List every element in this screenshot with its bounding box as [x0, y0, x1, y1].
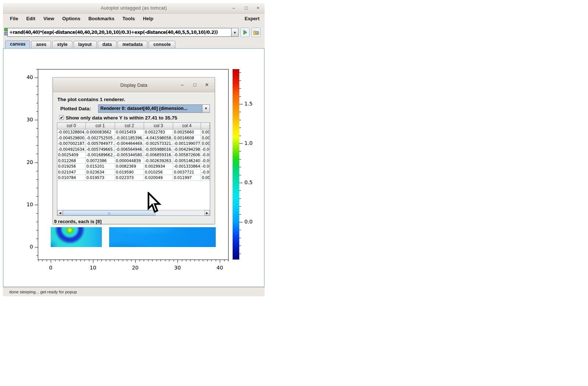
- table-cell[interactable]: -0.00: [201, 169, 210, 175]
- table-cell[interactable]: 0.0016608: [173, 135, 201, 141]
- table-cell[interactable]: 0.022373: [115, 175, 144, 181]
- menu-item-file[interactable]: File: [6, 14, 22, 24]
- table-cell[interactable]: 0.011997: [173, 175, 201, 181]
- table-cell[interactable]: 0.00: [201, 135, 210, 141]
- table-cell[interactable]: 0.019256: [57, 164, 86, 169]
- table-header-cell[interactable]: col 2: [115, 123, 144, 129]
- table-cell[interactable]: -0.005344580...: [115, 152, 144, 158]
- dialog-titlebar[interactable]: Display Data – □ ✕: [53, 78, 215, 92]
- table-row[interactable]: -0.001328804...0.0000836620.00154590.002…: [57, 129, 210, 135]
- dialog-minimize-icon[interactable]: –: [178, 81, 187, 89]
- table-cell[interactable]: -0.002752505...: [86, 135, 115, 141]
- tab-axes[interactable]: axes: [31, 41, 51, 48]
- horizontal-scrollbar[interactable]: ◀ ||| ▶: [57, 210, 210, 215]
- tab-style[interactable]: style: [52, 41, 72, 48]
- table-cell[interactable]: -0.006859316...: [144, 152, 173, 158]
- tab-canvas[interactable]: canvas: [5, 40, 30, 48]
- table-cell[interactable]: 0.010256: [144, 169, 173, 175]
- table-cell[interactable]: -0.001199077...: [173, 141, 201, 147]
- table-cell[interactable]: 0.0072386: [86, 158, 115, 164]
- table-cell[interactable]: 0.021047: [57, 169, 86, 175]
- menu-item-help[interactable]: Help: [139, 14, 157, 24]
- table-cell[interactable]: -0.00: [201, 158, 210, 164]
- table-cell[interactable]: 0.020049: [144, 175, 173, 181]
- table-cell[interactable]: -0.00: [201, 147, 210, 153]
- table-cell[interactable]: 0.000083662: [86, 129, 115, 135]
- table-cell[interactable]: 0.012268: [57, 158, 86, 164]
- tab-layout[interactable]: layout: [74, 41, 97, 48]
- table-header-cell[interactable]: col 4: [173, 123, 201, 129]
- table-cell[interactable]: 0.019590: [115, 169, 144, 175]
- table-cell[interactable]: 0.0029934: [144, 164, 173, 169]
- table-cell[interactable]: -0.004294298...: [173, 147, 201, 153]
- table-cell[interactable]: 0.019573: [86, 175, 115, 181]
- table-cell[interactable]: -0.001185396...: [115, 135, 144, 141]
- table-cell[interactable]: -0.001328804...: [57, 129, 86, 135]
- expert-menu[interactable]: Expert: [245, 14, 259, 24]
- titlebar[interactable]: Autoplot untagged (as tomcat) – □ ×: [3, 3, 265, 14]
- menu-item-options[interactable]: Options: [58, 14, 84, 24]
- table-row[interactable]: 0.0107840.0195730.0223730.0200490.011997…: [57, 175, 210, 181]
- uri-input[interactable]: +rand(40,40)*(exp(-distance(40,40,20,20,…: [7, 28, 232, 37]
- menu-item-tools[interactable]: Tools: [118, 14, 139, 24]
- table-row[interactable]: -0.004529800...-0.002752505...-0.0011853…: [57, 135, 210, 141]
- table-header-cell[interactable]: col 1: [86, 123, 115, 129]
- table-cell[interactable]: 0.0025660: [173, 129, 201, 135]
- table-cell[interactable]: -0.005146240...: [173, 158, 201, 164]
- dialog-maximize-icon[interactable]: □: [190, 81, 199, 89]
- table-cell[interactable]: -0.004921634...: [57, 147, 86, 153]
- table-row[interactable]: 0.0192560.0152010.00823690.0029934-0.001…: [57, 164, 210, 169]
- table-cell[interactable]: 0.00: [201, 129, 210, 135]
- dialog-close-icon[interactable]: ✕: [202, 81, 211, 89]
- table-cell[interactable]: -0.00: [201, 164, 210, 169]
- table-row[interactable]: -0.007002187...-0.005784977...-0.0044644…: [57, 141, 210, 147]
- table-cell[interactable]: -0.005988016...: [144, 147, 173, 153]
- table-cell[interactable]: -4.041598058...: [144, 135, 173, 141]
- close-icon[interactable]: ×: [254, 4, 262, 12]
- scroll-right-icon[interactable]: ▶: [204, 210, 210, 215]
- menu-item-edit[interactable]: Edit: [22, 14, 39, 24]
- table-cell[interactable]: 0.0025409: [57, 152, 86, 158]
- table-cell[interactable]: 0.0082369: [115, 164, 144, 169]
- tab-data[interactable]: data: [98, 41, 117, 48]
- table-cell[interactable]: 0.00: [201, 141, 210, 147]
- table-row[interactable]: 0.0210470.0236340.0195900.0102560.003772…: [57, 169, 210, 175]
- table-header-cell[interactable]: [201, 123, 210, 129]
- table-cell[interactable]: 0.00: [201, 175, 210, 181]
- table-cell[interactable]: -0.006564946...: [115, 147, 144, 153]
- heatmap-fragment-right[interactable]: [109, 227, 216, 247]
- tab-console[interactable]: console: [148, 41, 175, 48]
- table-cell[interactable]: -0.005749665...: [86, 147, 115, 153]
- menu-item-view[interactable]: View: [39, 14, 58, 24]
- table-cell[interactable]: -0.005784977...: [86, 141, 115, 147]
- minimize-icon[interactable]: –: [229, 4, 238, 12]
- table-cell[interactable]: -0.002639263...: [144, 158, 173, 164]
- y-filter-checkbox[interactable]: ✔: [59, 115, 64, 120]
- table-cell[interactable]: -0.004464469...: [115, 141, 144, 147]
- table-cell[interactable]: 0.023634: [86, 169, 115, 175]
- table-cell[interactable]: -0.005872606...: [173, 152, 201, 158]
- table-row[interactable]: -0.004921634...-0.005749665...-0.0065649…: [57, 147, 210, 153]
- table-header-cell[interactable]: col 0: [57, 123, 86, 129]
- table-cell[interactable]: 0.0037721: [173, 169, 201, 175]
- chevron-down-icon[interactable]: ▼: [202, 105, 209, 112]
- maximize-icon[interactable]: □: [242, 4, 251, 12]
- heatmap-fragment-left[interactable]: [51, 227, 102, 247]
- table-cell[interactable]: 0.000044839: [115, 158, 144, 164]
- table-cell[interactable]: -0.007002187...: [57, 141, 86, 147]
- table-cell[interactable]: -0.001333864...: [173, 164, 201, 169]
- table-cell[interactable]: 0.0022783: [144, 129, 173, 135]
- table-cell[interactable]: -0.004529800...: [57, 135, 86, 141]
- scroll-left-icon[interactable]: ◀: [57, 210, 63, 215]
- uri-dropdown-arrow-icon[interactable]: ▼: [232, 28, 239, 37]
- inspect-uri-button[interactable]: [251, 28, 261, 37]
- table-cell[interactable]: -0.002573321...: [144, 141, 173, 147]
- table-cell[interactable]: 0.010784: [57, 175, 86, 181]
- table-cell[interactable]: -0.001689662...: [86, 152, 115, 158]
- table-cell[interactable]: -0.00: [201, 152, 210, 158]
- go-button[interactable]: [240, 28, 250, 37]
- table-cell[interactable]: 0.015201: [86, 164, 115, 169]
- tab-metadata[interactable]: metadata: [118, 41, 147, 48]
- menu-item-bookmarks[interactable]: Bookmarks: [84, 14, 118, 24]
- table-row[interactable]: 0.0025409-0.001689662...-0.005344580...-…: [57, 152, 210, 158]
